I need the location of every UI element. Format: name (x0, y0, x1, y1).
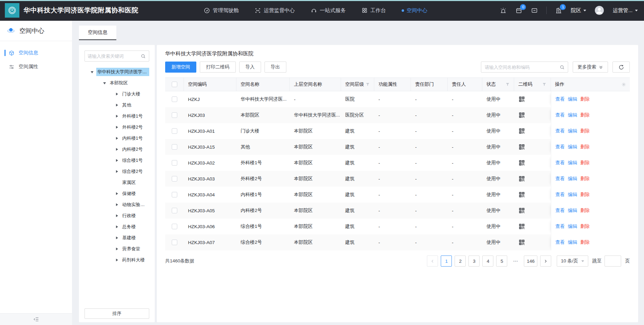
edit-link[interactable]: 编辑 (568, 144, 577, 150)
row-checkbox[interactable] (172, 208, 177, 213)
row-checkbox[interactable] (172, 160, 177, 166)
view-link[interactable]: 查看 (555, 176, 565, 182)
qr-code-icon[interactable] (518, 207, 525, 214)
nav-item[interactable]: 工作台 (361, 7, 386, 14)
export-button[interactable]: 导出 (265, 62, 286, 73)
message-icon[interactable] (531, 7, 538, 14)
view-link[interactable]: 查看 (555, 128, 565, 134)
tree-node[interactable]: 内科楼2号 (84, 144, 149, 155)
view-link[interactable]: 查看 (555, 112, 565, 118)
edit-link[interactable]: 编辑 (568, 160, 577, 166)
page-button[interactable]: 3 (468, 256, 480, 267)
view-link[interactable]: 查看 (555, 96, 565, 102)
tree-caret-icon[interactable] (113, 137, 121, 140)
tree-caret-icon[interactable] (113, 225, 121, 228)
tree-node[interactable]: 外科楼1号 (84, 111, 149, 122)
tree-node[interactable]: 综合楼1号 (84, 155, 149, 166)
tree-node[interactable]: 行政楼 (84, 210, 149, 221)
tree-node[interactable]: 门诊大楼 (84, 89, 149, 100)
jump-page-input[interactable] (605, 256, 621, 267)
import-button[interactable]: 导入 (239, 62, 261, 73)
sidebar-collapse-button[interactable] (0, 313, 72, 325)
row-checkbox[interactable] (172, 96, 177, 102)
page-ellipsis[interactable]: ••• (510, 256, 521, 267)
page-button[interactable]: 5 (496, 256, 507, 267)
campus-selector[interactable]: 院区 (571, 7, 586, 14)
tree-caret-icon[interactable] (113, 170, 121, 173)
refresh-button[interactable] (612, 62, 630, 73)
row-checkbox[interactable] (172, 144, 177, 150)
search-icon[interactable] (141, 54, 146, 59)
edit-link[interactable]: 编辑 (568, 96, 577, 102)
row-checkbox[interactable] (172, 112, 177, 118)
delete-link[interactable]: 删除 (580, 160, 590, 166)
row-checkbox[interactable] (172, 128, 177, 134)
tree-node[interactable]: 总务楼 (84, 221, 149, 232)
view-link[interactable]: 查看 (555, 207, 565, 214)
view-link[interactable]: 查看 (555, 223, 565, 230)
column-settings-icon[interactable] (621, 82, 626, 87)
qr-code-icon[interactable] (518, 143, 525, 150)
tree-caret-icon[interactable] (113, 126, 121, 129)
search-icon[interactable] (560, 65, 565, 70)
row-checkbox[interactable] (172, 224, 177, 229)
nav-item[interactable]: 一站式服务 (311, 7, 346, 14)
qr-code-icon[interactable] (518, 191, 525, 198)
delete-link[interactable]: 删除 (580, 144, 590, 150)
page-size-select[interactable]: 10 条/页 (557, 256, 588, 267)
delete-link[interactable]: 删除 (580, 192, 590, 198)
tree-node[interactable]: 本部院区 (84, 77, 149, 89)
edit-link[interactable]: 编辑 (568, 223, 577, 230)
avatar[interactable] (594, 6, 604, 15)
tree-node[interactable]: 内科楼1号 (84, 133, 149, 144)
tree-node[interactable]: 药剂科大楼 (84, 254, 149, 266)
page-button[interactable]: 2 (455, 256, 466, 267)
row-checkbox[interactable] (172, 240, 177, 245)
tab-space-info[interactable]: 空间信息 (79, 26, 116, 40)
qr-code-icon[interactable] (518, 175, 525, 182)
delete-link[interactable]: 删除 (580, 239, 590, 245)
edit-link[interactable]: 编辑 (568, 112, 577, 118)
delete-link[interactable]: 删除 (580, 96, 590, 102)
row-checkbox[interactable] (172, 192, 177, 197)
sidebar-item[interactable]: 空间信息 (0, 46, 72, 60)
table-search-input[interactable] (481, 65, 560, 70)
tree-caret-icon[interactable] (113, 93, 121, 95)
next-page-button[interactable] (540, 256, 551, 267)
view-link[interactable]: 查看 (555, 239, 565, 245)
qr-code-icon[interactable] (518, 112, 525, 119)
row-checkbox[interactable] (172, 176, 177, 182)
tree-node[interactable]: 外科楼2号 (84, 122, 149, 133)
tree-caret-icon[interactable] (113, 236, 121, 239)
tree-caret-icon[interactable] (113, 203, 121, 206)
filter-icon[interactable] (542, 82, 546, 86)
page-button[interactable]: 1 (441, 256, 452, 267)
tree-caret-icon[interactable] (100, 81, 109, 86)
view-link[interactable]: 查看 (555, 144, 565, 150)
tree-caret-icon[interactable] (113, 214, 121, 217)
print-qr-button[interactable]: 打印二维码 (200, 62, 236, 73)
qr-code-icon[interactable] (518, 96, 525, 103)
page-button[interactable]: 146 (524, 256, 537, 267)
tree-node[interactable]: 华中科技大学同济医学院附协... (84, 66, 149, 77)
edit-link[interactable]: 编辑 (568, 239, 577, 245)
edit-link[interactable]: 编辑 (568, 176, 577, 182)
sort-button[interactable]: 排序 (84, 308, 149, 319)
qr-code-icon[interactable] (518, 128, 525, 134)
prev-page-button[interactable] (427, 256, 438, 267)
more-search-button[interactable]: 更多搜索 (573, 62, 608, 73)
tree-caret-icon[interactable] (88, 69, 96, 75)
tree-caret-icon[interactable] (113, 259, 121, 261)
qr-code-icon[interactable] (518, 223, 525, 230)
filter-icon[interactable] (366, 82, 370, 86)
qr-code-icon[interactable] (518, 159, 525, 166)
user-menu[interactable]: 运营管... (612, 7, 638, 14)
tree-node[interactable]: 综合楼2号 (84, 166, 149, 177)
page-button[interactable]: 4 (482, 256, 493, 267)
tree-node[interactable]: 动物实验中心 (84, 199, 149, 210)
tree-node[interactable]: 营养食堂 (84, 243, 149, 254)
select-all-checkbox[interactable] (172, 82, 177, 87)
tree-search-input[interactable] (85, 54, 141, 59)
delete-link[interactable]: 删除 (580, 176, 590, 182)
alarm-icon[interactable] (500, 7, 507, 14)
